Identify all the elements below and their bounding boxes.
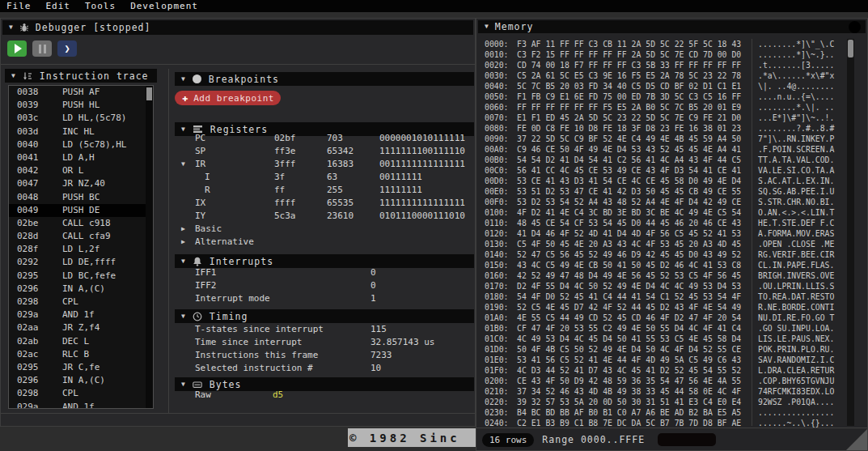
memory-hex-bytes: 43 4C C5 49 4E CB 50 41 50 45 D2 46 4C 4…: [517, 260, 741, 270]
trace-row[interactable]: 0295LD BC,fefe: [9, 270, 153, 283]
scrollbar[interactable]: [146, 86, 153, 408]
trace-row[interactable]: 0298CPL: [9, 387, 153, 400]
trace-row[interactable]: 02aaJR Z,f4: [9, 321, 153, 334]
scrollbar-thumb[interactable]: [146, 87, 152, 100]
trace-row[interactable]: 0039PUSH HL: [9, 99, 153, 112]
memory-ascii: ................: [758, 407, 834, 418]
trace-address: 028d: [17, 230, 39, 243]
register-hex-value: 02bf: [274, 132, 296, 145]
trace-row[interactable]: 0042OR L: [9, 164, 153, 177]
trace-row[interactable]: 0041LD A,H: [9, 151, 153, 164]
trace-row[interactable]: 029aAND 1f: [9, 401, 153, 410]
trace-address: 0298: [17, 387, 39, 400]
collapse-icon[interactable]: ▼: [485, 23, 489, 30]
range-input[interactable]: [658, 433, 716, 446]
memory-address: 0080:: [485, 123, 509, 134]
resize-grip-icon[interactable]: [846, 429, 867, 450]
run-button[interactable]: [7, 40, 27, 57]
range-label: Range 0000..FFFE: [542, 434, 645, 445]
trace-row[interactable]: 02beCALL c918: [9, 217, 153, 230]
trace-row[interactable]: 0047JR NZ,40: [9, 177, 153, 190]
rows-count-badge[interactable]: 16 rows: [482, 433, 534, 447]
memory-ascii: SAV.RANDOMIZ.I.C: [758, 355, 834, 365]
menu-item-file[interactable]: File: [6, 1, 32, 11]
clock-icon: [193, 312, 202, 321]
step-button[interactable]: ❯: [57, 40, 77, 57]
trace-row[interactable]: 0298CPL: [9, 296, 153, 308]
memory-hex-bytes: E1 F1 ED 45 2A 5D 5C 23 22 5D 5C 7E C9 F…: [517, 113, 741, 123]
timing-row: Selected instruction #10: [175, 362, 474, 375]
memory-address: 0210:: [485, 386, 509, 397]
memory-row: 0120:41 D4 46 4F 52 4D 41 D4 4D 4F 56 C5…: [476, 228, 868, 239]
trace-address: 0296: [17, 374, 39, 387]
memory-hex-bytes: F1 FB C9 E1 6E FD 75 00 ED 7B 3D 5C C3 C…: [517, 91, 741, 102]
divider: [1, 64, 475, 65]
register-group[interactable]: ▶Alternative: [175, 236, 474, 249]
trace-row[interactable]: 0292LD DE,ffff: [9, 256, 153, 269]
trace-row[interactable]: 003cLD HL,(5c78): [9, 112, 153, 125]
trace-row[interactable]: 028fLD L,2f: [9, 243, 153, 256]
memory-address: 0190:: [485, 302, 509, 313]
menu-item-tools[interactable]: Tools: [85, 1, 116, 11]
memory-row: 01A0:4E 55 C5 44 49 CD 52 45 CD 46 4F D2…: [476, 313, 868, 323]
scrollbar[interactable]: [847, 39, 854, 426]
debugger-titlebar: ▼ Debugger [stopped]: [2, 20, 473, 35]
menu-item-development[interactable]: Development: [130, 1, 198, 11]
memory-ascii: SQ.SG.AB.PEE.I.U: [758, 186, 834, 197]
trace-row[interactable]: 0296IN A,(C): [9, 374, 153, 387]
trace-row[interactable]: 0048PUSH BC: [9, 191, 153, 204]
trace-row[interactable]: 0049PUSH DE: [9, 204, 153, 217]
memory-address: 00B0:: [485, 155, 509, 165]
collapse-icon[interactable]: ▼: [181, 158, 185, 171]
trace-row[interactable]: 0295JR C,fe: [9, 361, 153, 374]
register-name: PC: [195, 132, 205, 145]
memory-row: 00D0:53 CE 41 43 D3 41 54 CE 4C CE 45 58…: [476, 176, 868, 186]
register-row: IXffff655351111111111111111: [175, 197, 474, 210]
trace-row[interactable]: 02abDEC L: [9, 335, 153, 348]
memory-hex-bytes: 54 4F D0 52 45 41 C4 44 41 54 C1 52 45 5…: [517, 291, 741, 302]
divider: [752, 39, 752, 426]
add-breakpoint-button[interactable]: ✚ Add breakpoint: [175, 91, 281, 105]
memory-ascii: ........*.\|. ..: [758, 102, 834, 113]
collapse-icon[interactable]: ▼: [181, 76, 185, 83]
memory-hex-bytes: 53 41 56 C5 52 41 4E 44 4F 4D 49 5A C5 4…: [517, 355, 741, 365]
memory-hex-bytes: D2 4F 55 D4 4C 50 52 49 4E D4 4C 4C 49 5…: [517, 281, 741, 291]
register-group[interactable]: ▶Basic: [175, 223, 474, 236]
memory-ascii: .*a\......*x\#"x: [758, 70, 834, 81]
memory-address: 0060:: [485, 102, 509, 113]
trace-address: 003c: [17, 112, 39, 125]
memory-address: 0200:: [485, 376, 509, 386]
expand-icon[interactable]: ▶: [181, 236, 185, 249]
register-name: R: [205, 184, 210, 197]
collapse-icon[interactable]: ▼: [181, 313, 185, 320]
trace-row[interactable]: 0296IN A,(C): [9, 283, 153, 296]
collapse-icon[interactable]: ▼: [9, 24, 13, 31]
menu-item-edit[interactable]: Edit: [46, 1, 71, 11]
trace-row[interactable]: 003dINC HL: [9, 126, 153, 138]
memory-hex-bytes: FE 0D C8 FE 10 D8 FE 18 3F D8 23 FE 16 3…: [517, 123, 741, 134]
collapse-icon[interactable]: ▼: [181, 258, 185, 265]
trace-row[interactable]: 0038PUSH AF: [9, 86, 153, 99]
trace-row[interactable]: 0040LD (5c78),HL: [9, 138, 153, 151]
timing-value: 10: [370, 362, 381, 375]
breakpoints-header: ▼ Breakpoints: [175, 72, 474, 86]
trace-row[interactable]: 02acRLC B: [9, 348, 153, 361]
scrollbar-thumb[interactable]: [848, 40, 853, 57]
collapse-icon[interactable]: ▼: [181, 381, 185, 388]
play-icon: [15, 44, 22, 53]
memory-address: 0070:: [485, 113, 509, 123]
memory-hex-bytes: 52 47 C5 56 45 52 49 46 D9 42 45 45 D0 4…: [517, 249, 741, 260]
memory-row: 0010:C3 F2 15 FF FF FF FF FF 2A 5D 5C 7E…: [476, 49, 868, 60]
debugger-title: Debugger [stopped]: [36, 22, 151, 33]
collapse-icon[interactable]: ▼: [11, 73, 15, 79]
breakpoints-title: Breakpoints: [209, 74, 279, 85]
expand-icon[interactable]: ▶: [181, 223, 185, 236]
memory-row: 00E0:53 51 D2 53 47 CE 41 42 D3 50 45 45…: [476, 186, 868, 197]
trace-address: 0295: [17, 270, 39, 283]
memory-ascii: .t.......[3.....: [758, 60, 834, 70]
pause-button[interactable]: [32, 40, 52, 57]
register-bin-value: 1111111111111111: [379, 197, 465, 210]
memory-ascii: .OU.LPRIN.LLIS.S: [758, 281, 834, 291]
trace-row[interactable]: 028dCALL cfa9: [9, 230, 153, 243]
trace-row[interactable]: 029aAND 1f: [9, 308, 153, 321]
